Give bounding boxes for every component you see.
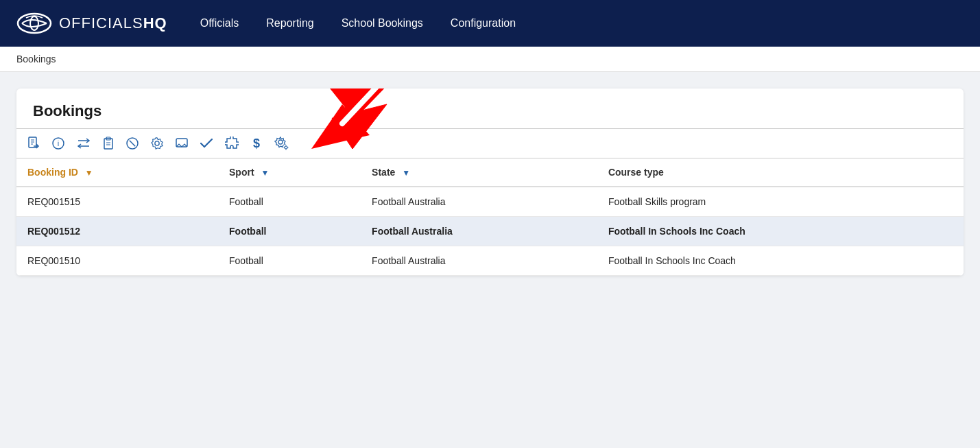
main-content: Bookings — [0, 72, 980, 292]
svg-point-1 — [30, 16, 38, 30]
puzzle-icon[interactable] — [225, 137, 239, 150]
cell-booking-id: REQ001510 — [16, 246, 218, 276]
col-booking-id[interactable]: Booking ID ▼ — [16, 158, 218, 187]
table-row[interactable]: REQ001512 Football Football Australia Fo… — [16, 217, 964, 246]
cancel-icon[interactable] — [126, 137, 139, 150]
logo-text: OFFICIALSHQ — [59, 14, 167, 32]
svg-text:i: i — [58, 139, 59, 148]
navbar-links: Officials Reporting School Bookings Conf… — [200, 14, 516, 32]
nav-school-bookings[interactable]: School Bookings — [342, 14, 423, 32]
cell-booking-id: REQ001515 — [16, 187, 218, 217]
svg-point-22 — [278, 140, 283, 144]
page-title: Bookings — [33, 102, 947, 120]
cell-state: Football Australia — [361, 246, 597, 276]
settings-icon[interactable] — [151, 137, 163, 150]
cell-state: Football Australia — [361, 187, 597, 217]
svg-line-18 — [130, 141, 135, 146]
info-icon[interactable]: i — [52, 137, 64, 150]
clipboard-icon[interactable] — [103, 137, 114, 150]
nav-officials[interactable]: Officials — [200, 14, 239, 32]
svg-point-19 — [155, 141, 159, 145]
col-sport[interactable]: Sport ▼ — [218, 158, 361, 187]
filter-sport-icon[interactable]: ▼ — [261, 168, 269, 178]
cell-sport: Football — [218, 217, 361, 246]
cell-course-type: Football In Schools Inc Coach — [597, 217, 964, 246]
col-state[interactable]: State ▼ — [361, 158, 597, 187]
cell-sport: Football — [218, 187, 361, 217]
table-row[interactable]: REQ001510 Football Football Australia Fo… — [16, 246, 964, 276]
filter-state-icon[interactable]: ▼ — [402, 168, 410, 178]
settings2-icon[interactable] — [274, 136, 289, 151]
cell-sport: Football — [218, 246, 361, 276]
nav-configuration[interactable]: Configuration — [451, 14, 516, 32]
bookings-card: Bookings — [16, 89, 964, 276]
bookings-table: Booking ID ▼ Sport ▼ State ▼ — [16, 158, 964, 276]
table-header-row: Booking ID ▼ Sport ▼ State ▼ — [16, 158, 964, 187]
svg-text:$: $ — [253, 137, 260, 150]
message-icon[interactable] — [176, 137, 188, 150]
navbar: OFFICIALSHQ Officials Reporting School B… — [0, 0, 980, 47]
toolbar: i — [16, 128, 964, 158]
filter-booking-id-icon[interactable]: ▼ — [85, 168, 93, 178]
col-course-type: Course type — [597, 158, 964, 187]
card-body: i — [16, 128, 964, 276]
nav-reporting[interactable]: Reporting — [266, 14, 313, 32]
logo[interactable]: OFFICIALSHQ — [16, 11, 167, 36]
card-header: Bookings — [16, 89, 964, 128]
transfer-icon[interactable] — [77, 137, 91, 150]
export-icon[interactable] — [27, 137, 40, 150]
cell-course-type: Football In Schools Inc Coach — [597, 246, 964, 276]
cell-state: Football Australia — [361, 217, 597, 246]
table-row[interactable]: REQ001515 Football Football Australia Fo… — [16, 187, 964, 217]
dollar-icon[interactable]: $ — [251, 137, 262, 150]
cell-course-type: Football Skills program — [597, 187, 964, 217]
check-icon[interactable] — [200, 139, 213, 148]
breadcrumb: Bookings — [0, 47, 980, 72]
cell-booking-id: REQ001512 — [16, 217, 218, 246]
